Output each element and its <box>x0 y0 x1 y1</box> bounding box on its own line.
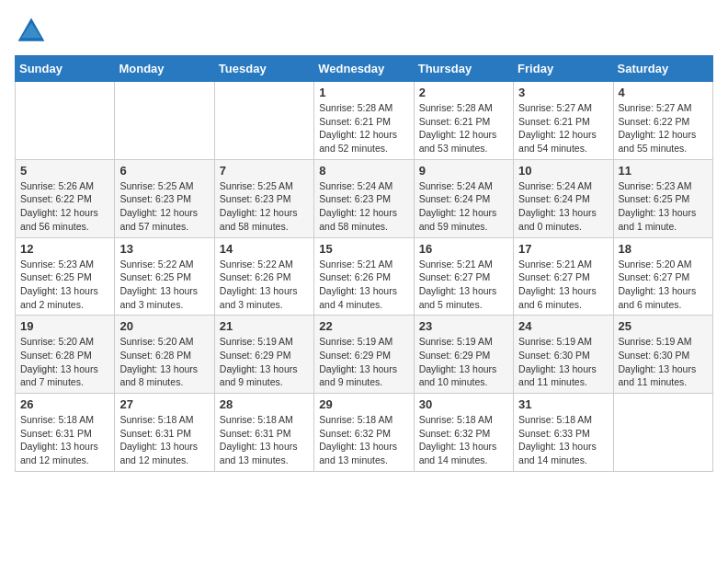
calendar-cell <box>16 82 115 160</box>
day-info: Sunrise: 5:24 AM Sunset: 6:24 PM Dayligh… <box>419 179 508 234</box>
day-info: Sunrise: 5:23 AM Sunset: 6:25 PM Dayligh… <box>20 258 109 312</box>
day-number: 22 <box>319 319 408 333</box>
col-header-sunday: Sunday <box>16 56 115 82</box>
col-header-saturday: Saturday <box>613 56 712 82</box>
calendar-table: SundayMondayTuesdayWednesdayThursdayFrid… <box>15 55 713 472</box>
day-info: Sunrise: 5:18 AM Sunset: 6:32 PM Dayligh… <box>319 413 408 467</box>
calendar-cell: 7Sunrise: 5:25 AM Sunset: 6:23 PM Daylig… <box>214 159 313 237</box>
day-number: 13 <box>119 242 209 256</box>
calendar-cell: 28Sunrise: 5:18 AM Sunset: 6:31 PM Dayli… <box>214 394 313 472</box>
calendar-cell: 16Sunrise: 5:21 AM Sunset: 6:27 PM Dayli… <box>414 237 513 316</box>
day-info: Sunrise: 5:19 AM Sunset: 6:29 PM Dayligh… <box>319 335 408 389</box>
calendar-week-row: 1Sunrise: 5:28 AM Sunset: 6:21 PM Daylig… <box>16 82 713 160</box>
calendar-cell: 15Sunrise: 5:21 AM Sunset: 6:26 PM Dayli… <box>314 237 414 316</box>
day-number: 18 <box>619 242 708 256</box>
day-number: 23 <box>419 319 508 333</box>
calendar-cell: 17Sunrise: 5:21 AM Sunset: 6:27 PM Dayli… <box>514 237 613 316</box>
col-header-thursday: Thursday <box>414 56 513 82</box>
calendar-week-row: 12Sunrise: 5:23 AM Sunset: 6:25 PM Dayli… <box>16 237 713 316</box>
calendar-cell: 10Sunrise: 5:24 AM Sunset: 6:24 PM Dayli… <box>514 159 613 237</box>
day-number: 4 <box>619 86 708 99</box>
calendar-cell: 26Sunrise: 5:18 AM Sunset: 6:31 PM Dayli… <box>16 394 115 472</box>
day-info: Sunrise: 5:24 AM Sunset: 6:23 PM Dayligh… <box>319 179 408 234</box>
calendar-cell <box>214 82 313 160</box>
day-info: Sunrise: 5:18 AM Sunset: 6:31 PM Dayligh… <box>119 413 209 467</box>
day-number: 30 <box>419 397 508 411</box>
day-number: 11 <box>619 164 708 178</box>
day-number: 3 <box>518 86 608 99</box>
day-info: Sunrise: 5:22 AM Sunset: 6:26 PM Dayligh… <box>220 258 309 312</box>
day-info: Sunrise: 5:28 AM Sunset: 6:21 PM Dayligh… <box>319 101 408 155</box>
calendar-cell: 27Sunrise: 5:18 AM Sunset: 6:31 PM Dayli… <box>115 394 214 472</box>
calendar-cell: 22Sunrise: 5:19 AM Sunset: 6:29 PM Dayli… <box>314 316 414 394</box>
calendar-cell: 24Sunrise: 5:19 AM Sunset: 6:30 PM Dayli… <box>514 316 613 394</box>
day-number: 29 <box>319 397 408 411</box>
day-info: Sunrise: 5:27 AM Sunset: 6:21 PM Dayligh… <box>518 101 608 155</box>
col-header-wednesday: Wednesday <box>314 56 414 82</box>
calendar-week-row: 26Sunrise: 5:18 AM Sunset: 6:31 PM Dayli… <box>16 394 713 472</box>
day-info: Sunrise: 5:18 AM Sunset: 6:31 PM Dayligh… <box>220 413 309 467</box>
day-info: Sunrise: 5:18 AM Sunset: 6:33 PM Dayligh… <box>518 413 608 467</box>
day-number: 5 <box>20 164 109 178</box>
day-number: 1 <box>319 86 408 99</box>
day-info: Sunrise: 5:25 AM Sunset: 6:23 PM Dayligh… <box>220 179 309 234</box>
calendar-cell: 5Sunrise: 5:26 AM Sunset: 6:22 PM Daylig… <box>16 159 115 237</box>
day-info: Sunrise: 5:22 AM Sunset: 6:25 PM Dayligh… <box>119 258 209 312</box>
calendar-cell: 12Sunrise: 5:23 AM Sunset: 6:25 PM Dayli… <box>16 237 115 316</box>
day-info: Sunrise: 5:20 AM Sunset: 6:27 PM Dayligh… <box>619 258 708 312</box>
day-info: Sunrise: 5:19 AM Sunset: 6:29 PM Dayligh… <box>220 335 309 389</box>
day-info: Sunrise: 5:19 AM Sunset: 6:30 PM Dayligh… <box>518 335 608 389</box>
day-number: 28 <box>220 397 309 411</box>
day-number: 19 <box>20 319 109 333</box>
day-info: Sunrise: 5:28 AM Sunset: 6:21 PM Dayligh… <box>419 101 508 155</box>
calendar-cell: 23Sunrise: 5:19 AM Sunset: 6:29 PM Dayli… <box>414 316 513 394</box>
day-info: Sunrise: 5:19 AM Sunset: 6:29 PM Dayligh… <box>419 335 508 389</box>
logo-icon <box>15 15 48 48</box>
day-number: 27 <box>119 397 209 411</box>
calendar-cell: 4Sunrise: 5:27 AM Sunset: 6:22 PM Daylig… <box>613 82 712 160</box>
day-number: 26 <box>20 397 109 411</box>
day-info: Sunrise: 5:20 AM Sunset: 6:28 PM Dayligh… <box>20 335 109 389</box>
day-info: Sunrise: 5:18 AM Sunset: 6:32 PM Dayligh… <box>419 413 508 467</box>
day-number: 15 <box>319 242 408 256</box>
calendar-cell: 13Sunrise: 5:22 AM Sunset: 6:25 PM Dayli… <box>115 237 214 316</box>
calendar-cell: 3Sunrise: 5:27 AM Sunset: 6:21 PM Daylig… <box>514 82 613 160</box>
day-number: 14 <box>220 242 309 256</box>
day-info: Sunrise: 5:23 AM Sunset: 6:25 PM Dayligh… <box>619 179 708 234</box>
day-info: Sunrise: 5:25 AM Sunset: 6:23 PM Dayligh… <box>119 179 209 234</box>
calendar-cell: 25Sunrise: 5:19 AM Sunset: 6:30 PM Dayli… <box>613 316 712 394</box>
day-info: Sunrise: 5:20 AM Sunset: 6:28 PM Dayligh… <box>119 335 209 389</box>
day-number: 20 <box>119 319 209 333</box>
calendar-cell: 14Sunrise: 5:22 AM Sunset: 6:26 PM Dayli… <box>214 237 313 316</box>
day-info: Sunrise: 5:21 AM Sunset: 6:27 PM Dayligh… <box>419 258 508 312</box>
day-number: 21 <box>220 319 309 333</box>
day-info: Sunrise: 5:18 AM Sunset: 6:31 PM Dayligh… <box>20 413 109 467</box>
calendar-cell: 6Sunrise: 5:25 AM Sunset: 6:23 PM Daylig… <box>115 159 214 237</box>
calendar-cell: 18Sunrise: 5:20 AM Sunset: 6:27 PM Dayli… <box>613 237 712 316</box>
col-header-monday: Monday <box>115 56 214 82</box>
calendar-cell: 9Sunrise: 5:24 AM Sunset: 6:24 PM Daylig… <box>414 159 513 237</box>
day-info: Sunrise: 5:21 AM Sunset: 6:27 PM Dayligh… <box>518 258 608 312</box>
col-header-friday: Friday <box>514 56 613 82</box>
day-info: Sunrise: 5:21 AM Sunset: 6:26 PM Dayligh… <box>319 258 408 312</box>
day-number: 24 <box>518 319 608 333</box>
calendar-cell: 1Sunrise: 5:28 AM Sunset: 6:21 PM Daylig… <box>314 82 414 160</box>
calendar-cell: 30Sunrise: 5:18 AM Sunset: 6:32 PM Dayli… <box>414 394 513 472</box>
calendar-week-row: 19Sunrise: 5:20 AM Sunset: 6:28 PM Dayli… <box>16 316 713 394</box>
day-number: 6 <box>119 164 209 178</box>
calendar-cell: 29Sunrise: 5:18 AM Sunset: 6:32 PM Dayli… <box>314 394 414 472</box>
day-number: 10 <box>518 164 608 178</box>
calendar-cell: 2Sunrise: 5:28 AM Sunset: 6:21 PM Daylig… <box>414 82 513 160</box>
day-number: 12 <box>20 242 109 256</box>
day-number: 7 <box>220 164 309 178</box>
calendar-cell: 19Sunrise: 5:20 AM Sunset: 6:28 PM Dayli… <box>16 316 115 394</box>
day-number: 8 <box>319 164 408 178</box>
day-info: Sunrise: 5:26 AM Sunset: 6:22 PM Dayligh… <box>20 179 109 234</box>
day-info: Sunrise: 5:19 AM Sunset: 6:30 PM Dayligh… <box>619 335 708 389</box>
calendar-header-row: SundayMondayTuesdayWednesdayThursdayFrid… <box>16 56 713 82</box>
calendar-cell: 11Sunrise: 5:23 AM Sunset: 6:25 PM Dayli… <box>613 159 712 237</box>
day-info: Sunrise: 5:24 AM Sunset: 6:24 PM Dayligh… <box>518 179 608 234</box>
header <box>15 15 713 48</box>
col-header-tuesday: Tuesday <box>214 56 313 82</box>
calendar-week-row: 5Sunrise: 5:26 AM Sunset: 6:22 PM Daylig… <box>16 159 713 237</box>
